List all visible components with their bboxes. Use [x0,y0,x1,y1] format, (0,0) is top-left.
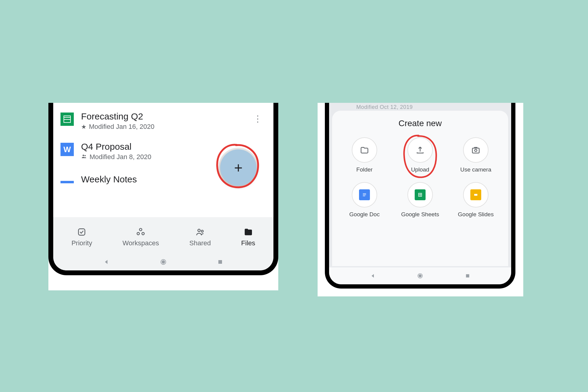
option-circle [352,137,377,163]
option-circle [463,182,488,207]
svg-rect-14 [363,194,366,195]
system-navigation [329,267,511,284]
nav-label: Shared [189,239,211,247]
shared-icon [195,227,205,237]
option-google-slides[interactable]: Google Slides [449,182,502,218]
option-upload[interactable]: Upload [394,137,446,173]
option-label: Folder [356,166,373,173]
nav-label: Files [241,239,255,247]
left-phone-frame: Forecasting Q2 ★ Modified Jan 16, 2020 ⋮… [48,103,278,275]
recent-button[interactable] [464,272,471,279]
back-button[interactable] [369,272,377,279]
option-label: Google Sheets [401,211,439,218]
file-meta: ★ Modified Jan 16, 2020 [81,123,244,131]
right-phone-frame: Modified Oct 12, 2019 Create new Folder [325,103,515,289]
sheet-title: Create new [338,119,502,128]
files-icon [243,227,253,237]
nav-priority[interactable]: Priority [71,227,92,247]
sheets-icon [60,113,74,126]
people-icon [81,153,87,161]
option-circle [352,182,377,207]
option-google-sheets[interactable]: Google Sheets [394,182,446,218]
svg-rect-10 [218,260,222,264]
svg-point-9 [162,260,165,263]
bottom-navigation: Priority Workspaces Shared [53,217,273,253]
option-use-camera[interactable]: Use camera [449,137,502,173]
upload-icon [416,145,425,155]
svg-rect-22 [466,274,469,278]
option-label: Upload [411,166,429,173]
svg-rect-2 [79,229,85,235]
create-options-grid: Folder Upload Use camera [338,137,502,218]
option-circle [407,182,433,207]
option-circle [463,137,488,163]
svg-point-7 [201,230,203,232]
word-icon: W [60,143,74,156]
folder-icon [360,145,369,155]
svg-point-0 [83,155,84,156]
svg-point-6 [198,229,200,232]
fab-create-button[interactable]: + [220,149,256,186]
star-icon: ★ [81,123,87,130]
option-folder[interactable]: Folder [338,137,391,173]
recent-button[interactable] [217,258,224,266]
file-meta-text: Modified Jan 16, 2020 [89,123,155,131]
svg-point-12 [475,149,477,152]
home-button[interactable] [160,258,167,266]
docs-icon [60,181,74,183]
svg-point-1 [84,155,86,156]
option-label: Google Slides [458,211,494,218]
svg-point-5 [142,232,144,235]
google-doc-icon [359,189,370,200]
option-label: Google Doc [349,211,380,218]
svg-point-4 [137,232,139,235]
left-phone-screen: Forecasting Q2 ★ Modified Jan 16, 2020 ⋮… [53,103,273,270]
option-label: Use camera [460,166,491,173]
nav-workspaces[interactable]: Workspaces [122,227,159,247]
nav-files[interactable]: Files [241,227,255,247]
option-google-doc[interactable]: Google Doc [338,182,391,218]
partial-header-text: Modified Oct 12, 2019 [356,104,413,110]
left-phone-container: Forecasting Q2 ★ Modified Jan 16, 2020 ⋮… [48,103,278,290]
file-title: Forecasting Q2 [81,111,244,122]
google-slides-icon [470,189,481,200]
file-item-forecasting[interactable]: Forecasting Q2 ★ Modified Jan 16, 2020 ⋮ [53,106,273,136]
nav-label: Workspaces [122,239,159,247]
camera-icon [471,145,480,155]
home-button[interactable] [416,272,424,279]
create-new-sheet: Create new Folder Upload [332,111,508,266]
file-info: Forecasting Q2 ★ Modified Jan 16, 2020 [81,111,244,131]
svg-rect-19 [474,194,478,196]
svg-point-3 [139,228,142,231]
more-icon[interactable]: ⋮ [251,111,264,126]
option-circle [407,137,433,163]
svg-rect-15 [363,196,365,196]
google-sheets-icon [415,189,426,200]
right-phone-container: Modified Oct 12, 2019 Create new Folder [318,103,523,296]
workspaces-icon [136,227,145,237]
back-button[interactable] [103,258,110,266]
system-navigation [53,253,273,270]
svg-rect-11 [472,148,479,153]
file-meta-text: Modified Jan 8, 2020 [90,153,151,161]
nav-label: Priority [71,239,92,247]
plus-icon: + [234,159,243,176]
svg-rect-13 [363,194,366,194]
svg-point-21 [419,275,421,277]
nav-shared[interactable]: Shared [189,227,211,247]
priority-icon [77,227,87,237]
